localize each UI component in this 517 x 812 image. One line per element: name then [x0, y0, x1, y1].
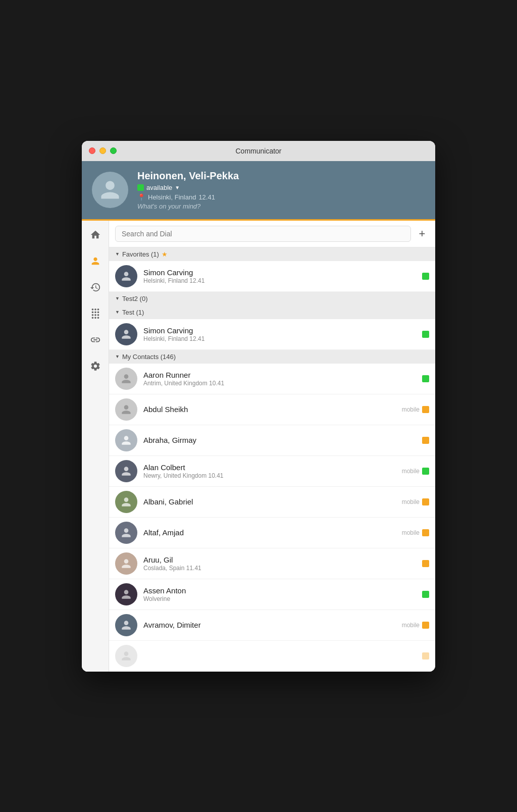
sidebar-contacts-icon[interactable] [87, 253, 104, 269]
contact-right-avramov: mobile [402, 622, 429, 629]
contact-row-abdul[interactable]: Abdul Sheikh mobile [109, 394, 435, 425]
contact-right-aaron [422, 375, 429, 382]
contact-info-aaron: Aaron Runner Antrim, United Kingdom 10.4… [143, 371, 416, 387]
maximize-button[interactable] [110, 147, 117, 154]
status-indicator [422, 529, 429, 536]
contact-row-abraha[interactable]: Abraha, Girmay [109, 425, 435, 456]
group-test-label: Test (1) [122, 309, 144, 316]
contact-avatar-avramov [115, 614, 137, 636]
contact-name: Assen Anton [143, 586, 416, 595]
mobile-label: mobile [402, 468, 420, 475]
contact-name: Aaron Runner [143, 371, 416, 379]
sidebar-history-icon[interactable] [87, 279, 104, 295]
contact-avatar-abraha [115, 429, 137, 451]
close-button[interactable] [89, 147, 95, 154]
contact-info-aruu: Aruu, Gil Coslada, Spain 11.41 [143, 555, 416, 572]
status-indicator [422, 498, 429, 505]
contact-name: Simon Carving [143, 326, 416, 335]
contact-avatar-simon-favorites [115, 265, 137, 287]
contact-info-abdul: Abdul Sheikh [143, 405, 396, 414]
profile-time: 12.41 [198, 193, 215, 201]
contact-info-alan: Alan Colbert Newry, United Kingdom 10.41 [143, 463, 396, 479]
contact-right-albani: mobile [402, 498, 429, 505]
contact-sub: Antrim, United Kingdom 10.41 [143, 380, 416, 387]
triangle-icon: ▼ [115, 310, 120, 315]
contact-name: Alan Colbert [143, 463, 396, 472]
sidebar-settings-icon[interactable] [87, 358, 104, 374]
status-indicator [422, 406, 429, 413]
status-dropdown-arrow: ▼ [175, 185, 180, 190]
contact-avatar-altaf [115, 522, 137, 544]
contact-row-alan[interactable]: Alan Colbert Newry, United Kingdom 10.41… [109, 456, 435, 487]
contact-right-altaf: mobile [402, 529, 429, 536]
status-label: available [146, 184, 172, 191]
contact-row-aruu[interactable]: Aruu, Gil Coslada, Spain 11.41 [109, 548, 435, 579]
status-indicator [422, 622, 429, 629]
location-text: Helsinki, Finland [148, 193, 196, 201]
contact-info-avramov: Avramov, Dimiter [143, 621, 396, 630]
group-test2-header[interactable]: ▼ Test2 (0) [109, 292, 435, 306]
contacts-content: + ▼ Favorites (1) ★ Simon Carving Helsin… [109, 221, 435, 672]
main-area: + ▼ Favorites (1) ★ Simon Carving Helsin… [82, 221, 435, 672]
contact-sub: Helsinki, Finland 12.41 [143, 277, 416, 284]
profile-mood[interactable]: What's on your mind? [137, 202, 425, 210]
contact-right-simon-favorites [422, 273, 429, 280]
contact-name: Albani, Gabriel [143, 497, 396, 506]
contact-row-avramov[interactable]: Avramov, Dimiter mobile [109, 610, 435, 641]
group-favorites-header[interactable]: ▼ Favorites (1) ★ [109, 247, 435, 261]
sidebar-link-icon[interactable] [87, 332, 104, 348]
contact-right-alan: mobile [402, 468, 429, 475]
contact-name: Aruu, Gil [143, 555, 416, 564]
contact-row-altaf[interactable]: Altaf, Amjad mobile [109, 518, 435, 548]
sidebar-home-icon[interactable] [87, 227, 104, 243]
app-title: Communicator [235, 147, 281, 155]
group-test-header[interactable]: ▼ Test (1) [109, 306, 435, 319]
group-mycontacts-label: My Contacts (146) [122, 353, 176, 361]
contact-right-assen [422, 591, 429, 598]
search-bar: + [109, 221, 435, 247]
status-indicator [422, 331, 429, 338]
contact-right-abraha [422, 437, 429, 444]
status-indicator [422, 591, 429, 598]
contact-info-simon-favorites: Simon Carving Helsinki, Finland 12.41 [143, 268, 416, 284]
contact-avatar-albani [115, 491, 137, 513]
user-avatar[interactable] [92, 172, 128, 208]
profile-status[interactable]: available ▼ [137, 184, 425, 191]
status-indicator [422, 468, 429, 475]
minimize-button[interactable] [99, 147, 106, 154]
contact-row-simon-test[interactable]: Simon Carving Helsinki, Finland 12.41 [109, 319, 435, 350]
profile-location: 📍 Helsinki, Finland 12.41 [137, 193, 425, 201]
status-indicator [422, 375, 429, 382]
contact-info-simon-test: Simon Carving Helsinki, Finland 12.41 [143, 326, 416, 342]
app-window: Communicator Heinonen, Veli-Pekka availa… [82, 141, 435, 672]
contact-avatar-alan [115, 460, 137, 482]
group-test2-label: Test2 (0) [122, 295, 148, 302]
contact-sub: Wolverine [143, 595, 416, 602]
contact-row-albani[interactable]: Albani, Gabriel mobile [109, 487, 435, 518]
contact-row-simon-favorites[interactable]: Simon Carving Helsinki, Finland 12.41 [109, 261, 435, 292]
contact-sub: Coslada, Spain 11.41 [143, 565, 416, 572]
sidebar-dialpad-icon[interactable] [87, 306, 104, 322]
contact-name: Abdul Sheikh [143, 405, 396, 414]
contact-info-altaf: Altaf, Amjad [143, 528, 396, 537]
triangle-icon: ▼ [115, 296, 120, 301]
status-dot [137, 184, 144, 191]
star-icon: ★ [162, 250, 168, 258]
contact-sub: Newry, United Kingdom 10.41 [143, 472, 396, 479]
user-avatar-icon [99, 179, 121, 201]
contact-name: Avramov, Dimiter [143, 621, 396, 629]
contact-row-aaron[interactable]: Aaron Runner Antrim, United Kingdom 10.4… [109, 364, 435, 394]
profile-info: Heinonen, Veli-Pekka available ▼ 📍 Helsi… [137, 170, 425, 210]
contact-row-assen[interactable]: Assen Anton Wolverine [109, 579, 435, 610]
profile-header: Heinonen, Veli-Pekka available ▼ 📍 Helsi… [82, 161, 435, 219]
add-button[interactable]: + [415, 227, 429, 241]
contact-avatar-aruu [115, 552, 137, 575]
status-indicator [422, 273, 429, 280]
contact-right-abdul: mobile [402, 406, 429, 413]
contact-avatar-partial [115, 645, 137, 667]
contact-row-partial [109, 641, 435, 672]
contact-info-abraha: Abraha, Girmay [143, 436, 416, 445]
status-indicator [422, 437, 429, 444]
search-input[interactable] [115, 226, 411, 242]
group-mycontacts-header[interactable]: ▼ My Contacts (146) [109, 350, 435, 364]
